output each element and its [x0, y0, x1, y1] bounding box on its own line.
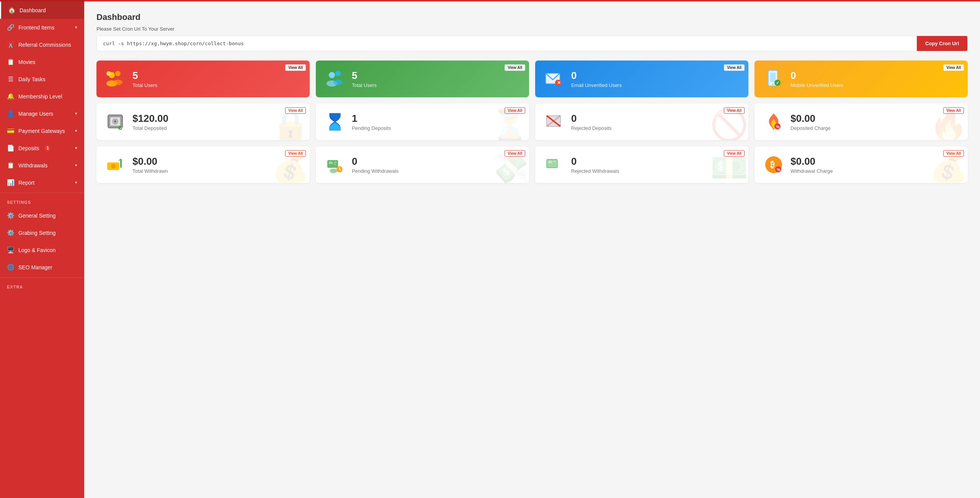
report-icon: 📊 — [7, 179, 15, 186]
stat-card-pending-deposits: View All 1 Pending Deposits ⏳ — [316, 103, 529, 140]
sidebar-item-seo-manager[interactable]: 🌐 SEO Manager — [0, 259, 84, 276]
copy-cron-url-button[interactable]: Copy Cron Url — [917, 36, 967, 51]
sidebar-item-payment-gateways[interactable]: 💳 Payment Gateways ▾ — [0, 122, 84, 139]
chevron-down-icon: ▾ — [75, 128, 77, 133]
stat-label: Total Users — [352, 82, 521, 88]
svg-rect-30 — [120, 160, 122, 168]
settings-section-label: SETTINGS — [0, 195, 84, 207]
view-all-pending-deposits[interactable]: View All — [505, 107, 525, 114]
stat-card-email-unverified: View All ✕ 0 Email Unverified Users — [535, 61, 748, 97]
stat-info-total-users-2: 5 Total Users — [352, 70, 521, 88]
stat-info-email-unverified: 0 Email Unverified Users — [571, 70, 741, 88]
view-all-total-users[interactable]: View All — [285, 64, 306, 71]
view-all-deposited-charge[interactable]: View All — [943, 107, 964, 114]
users-icon — [104, 67, 127, 90]
stat-label: Pending Deposits — [352, 125, 521, 131]
sidebar-item-manage-users[interactable]: 👤 Manage Users ▾ — [0, 105, 84, 122]
sidebar-item-withdrawals[interactable]: 📋 Withdrawals ▾ — [0, 157, 84, 174]
stat-info-mobile-unverified: 0 Mobile Unverified Users — [791, 70, 960, 88]
stat-card-withdrawal-charge: View All ₿ % $0.00 Withdrawal Charge 💰 — [755, 146, 968, 183]
stat-label: Pending Withdrawals — [352, 168, 521, 174]
deposits-icon: 📄 — [7, 144, 15, 152]
stat-number: 5 — [352, 70, 521, 82]
stat-card-pending-withdrawals: View All 0 Pending Withdrawals — [316, 146, 529, 183]
stat-label: Mobile Unverified Users — [791, 82, 960, 88]
stat-card-mobile-unverified: View All ✓ 0 Mobile Unverified Users — [755, 61, 968, 97]
sidebar-item-grabbing-setting[interactable]: ⚙️ Grabing Setting — [0, 224, 84, 241]
stat-number: 0 — [571, 113, 741, 124]
view-all-pending-withdrawals[interactable]: View All — [505, 150, 525, 157]
stat-card-total-withdrawn: View All $0.00 Total Withdrawn 💰 — [96, 146, 310, 183]
svg-point-29 — [111, 164, 116, 169]
safe-icon: ✓ — [104, 110, 127, 133]
stat-label: Withdrawal Charge — [791, 168, 960, 174]
stat-number: 1 — [352, 113, 521, 124]
sidebar-item-referral[interactable]: ✂️ Referral Commissions — [0, 36, 84, 53]
stat-label: Email Unverified Users — [571, 82, 741, 88]
chevron-down-icon: ▾ — [75, 25, 77, 30]
credit-card-icon: 💳 — [7, 127, 15, 134]
stat-info-deposited-charge: $0.00 Deposited Charge — [791, 113, 960, 131]
svg-rect-13 — [770, 73, 776, 82]
user-icon: 👤 — [7, 110, 15, 117]
sidebar-item-frontend[interactable]: 🔗 Frontend Items ▾ — [0, 19, 84, 36]
view-all-mobile-unverified[interactable]: View All — [943, 64, 964, 71]
view-all-withdrawal-charge[interactable]: View All — [943, 150, 964, 157]
svg-point-2 — [106, 71, 111, 76]
view-all-email-unverified[interactable]: View All — [724, 64, 745, 71]
extra-section-label: EXTRA — [0, 279, 84, 292]
stat-info-rejected-deposits: 0 Rejected Deposits — [571, 113, 741, 131]
stat-label: Rejected Deposits — [571, 125, 741, 131]
sidebar-item-daily-tasks[interactable]: ☰ Daily Tasks — [0, 70, 84, 88]
sidebar-item-label: Membership Level — [18, 93, 62, 100]
stat-label: Total Users — [132, 82, 302, 88]
stat-card-total-users: View All 5 Total Users — [96, 61, 310, 97]
bell-icon: 🔔 — [7, 93, 15, 100]
view-all-total-users-2[interactable]: View All — [505, 64, 525, 71]
rejected-withdrawal-icon — [543, 153, 566, 176]
svg-point-4 — [113, 80, 122, 85]
main-content-area: Dashboard Please Set Cron Url To Your Se… — [84, 0, 980, 498]
sidebar-item-label: Dashboard — [20, 7, 46, 13]
page-title: Dashboard — [96, 12, 968, 22]
svg-text:₿: ₿ — [770, 160, 774, 169]
sidebar-item-label: Deposits — [18, 145, 39, 151]
sidebar-item-report[interactable]: 📊 Report ▾ — [0, 174, 84, 191]
view-all-total-withdrawn[interactable]: View All — [285, 150, 306, 157]
sidebar-item-movies[interactable]: 📋 Movies — [0, 53, 84, 70]
link-icon: 🔗 — [7, 24, 15, 31]
rejected-icon — [543, 110, 566, 133]
view-all-rejected-withdrawals[interactable]: View All — [724, 150, 745, 157]
svg-rect-32 — [329, 162, 333, 164]
gear-icon: ⚙️ — [7, 212, 15, 219]
stat-number: 0 — [352, 156, 521, 167]
chevron-down-icon: ▾ — [75, 146, 77, 151]
clipboard-icon: 📋 — [7, 58, 15, 66]
sidebar-item-deposits[interactable]: 📄 Deposits 1 ▾ — [0, 139, 84, 157]
stat-number: 0 — [571, 70, 741, 82]
svg-text:✓: ✓ — [119, 126, 122, 130]
sidebar-item-label: Daily Tasks — [18, 76, 46, 82]
scissors-icon: ✂️ — [7, 41, 15, 48]
sidebar-item-general-setting[interactable]: ⚙️ General Setting — [0, 207, 84, 224]
stats-row-1: View All 5 Total Users View All — [96, 61, 968, 97]
svg-rect-34 — [334, 164, 336, 165]
view-all-rejected-deposits[interactable]: View All — [724, 107, 745, 114]
view-all-total-deposited[interactable]: View All — [285, 107, 306, 114]
sidebar-item-label: Logo & Favicon — [18, 247, 56, 253]
svg-point-5 — [329, 72, 335, 78]
fire-icon: % — [762, 110, 785, 133]
stat-info-total-withdrawn: $0.00 Total Withdrawn — [132, 156, 302, 174]
stat-info-total-users: 5 Total Users — [132, 70, 302, 88]
stats-row-3: View All $0.00 Total Withdrawn 💰 View — [96, 146, 968, 183]
globe-icon: 🌐 — [7, 264, 15, 271]
sidebar-item-membership[interactable]: 🔔 Membership Level — [0, 88, 84, 105]
svg-text:✓: ✓ — [776, 80, 779, 85]
sidebar-item-dashboard[interactable]: 🏠 Dashboard — [0, 2, 84, 19]
stat-info-pending-deposits: 1 Pending Deposits — [352, 113, 521, 131]
stat-info-total-deposited: $120.00 Total Deposited — [132, 113, 302, 131]
sidebar-item-logo-favicon[interactable]: 🖥️ Logo & Favicon — [0, 241, 84, 259]
list-icon: ☰ — [7, 75, 15, 83]
stat-card-rejected-deposits: View All 0 Rejected Deposits 🚫 — [535, 103, 748, 140]
svg-point-6 — [335, 71, 341, 76]
